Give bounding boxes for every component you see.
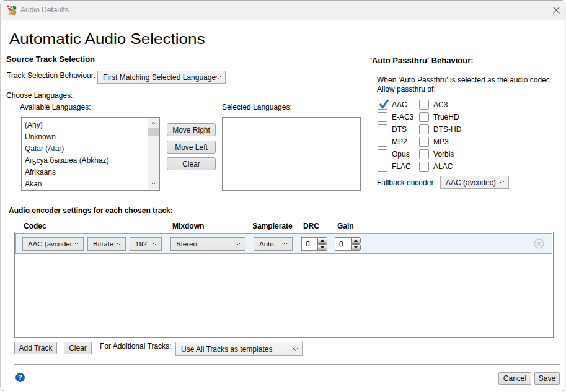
svg-text:?: ? (18, 373, 22, 381)
